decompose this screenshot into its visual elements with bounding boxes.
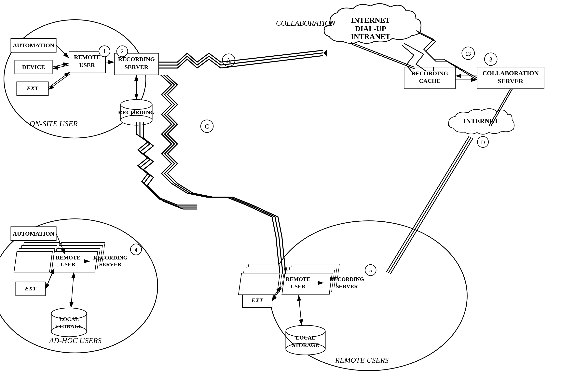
remote-user-right-box [238,273,280,295]
zigzag-A-line3 [159,56,323,68]
internet-to-remote-users-line2 [388,137,471,273]
recording-label: RECORDING [118,109,155,116]
on-site-user-label: ON-SITE USER [30,119,78,128]
ext-right-label: EXT [251,297,263,303]
circle-2-label: 2 [121,48,124,55]
recording-server-right-label1: RECORDING [330,276,364,282]
remote-user-right-label2: USER [291,283,306,290]
internet-to-remote-users-line1 [386,136,469,272]
ext-bottom-label: EXT [25,285,37,292]
local-storage-adhoc-label2: STORAGE [56,323,82,330]
remote-user-adhoc-box [14,251,52,272]
C-path-line2 [164,75,283,274]
device-label: DEVICE [22,64,45,70]
local-storage-right-label1: LOCAL [296,335,316,341]
recording-cache-label2: CACHE [419,78,440,84]
remote-user-top-label1: REMOTE [74,54,100,60]
remote-user-right-label1: REMOTE [286,276,310,282]
collaboration-label: COLLABORATION [276,19,336,27]
circle-5-label: 5 [369,267,372,274]
device-to-remote-arrow [52,63,69,67]
svg-point-5 [121,99,152,109]
cloud-to-cache-line1 [351,42,414,67]
automation-top-label: AUTOMATION [13,42,54,49]
internet-cloud-small: INTERNET [448,109,514,134]
internet-to-remote-users-line3 [390,138,473,274]
circle-1-label: 1 [103,48,106,55]
circle-D-label: D [481,139,485,145]
circle-13-label: 13 [465,51,471,57]
remote-user-top-label2: USER [79,62,95,68]
remote-to-device-arrow [52,65,69,69]
recserver-to-storage-adhoc [71,272,74,308]
recording-server-adhoc-label1: RECORDING [93,254,128,261]
circle-C-label: C [205,123,209,130]
C-path-line3 [167,75,286,274]
adhoc-label: AD-HOC USERS [49,336,101,345]
remote-to-ext-adhoc [45,271,53,290]
remote-users-label: REMOTE USERS [335,356,389,364]
automation-to-remote-arrow [56,45,69,58]
recording-server-top-label2: SERVER [125,64,148,70]
collab-server-label2: SERVER [498,78,524,85]
remote-user-adhoc-label2: USER [61,261,76,267]
internet-cloud-top: INTERNET DIAL-UP INTRANET [324,4,421,43]
remote-user-adhoc-label1: REMOTE [56,254,80,261]
zigzag-C-line3 [143,122,197,209]
remote-to-storage-right [299,295,302,325]
internet-label3: INTRANET [351,32,391,41]
ext-to-remote-arrow [48,72,70,88]
circle-3-label: 3 [489,56,492,63]
local-storage-adhoc-label1: LOCAL [59,316,79,322]
collab-server-label1: COLLABORATION [482,70,539,77]
circle-4-label: 4 [135,247,137,253]
internet-label1: INTERNET [351,16,390,24]
remote-to-ext-arrow [48,74,70,90]
recording-server-right-label2: SERVER [336,283,358,290]
C-path-line1 [161,75,280,273]
internet-label2: DIAL-UP [355,24,386,33]
recording-server-adhoc-label2: SERVER [99,261,122,267]
ext-top-label: EXT [27,85,39,92]
automation-bottom-label: AUTOMATION [13,230,54,237]
circle-A-label: A [226,57,231,64]
local-storage-right-label2: STORAGE [292,342,319,348]
arrow-to-cloud-A [323,49,327,57]
